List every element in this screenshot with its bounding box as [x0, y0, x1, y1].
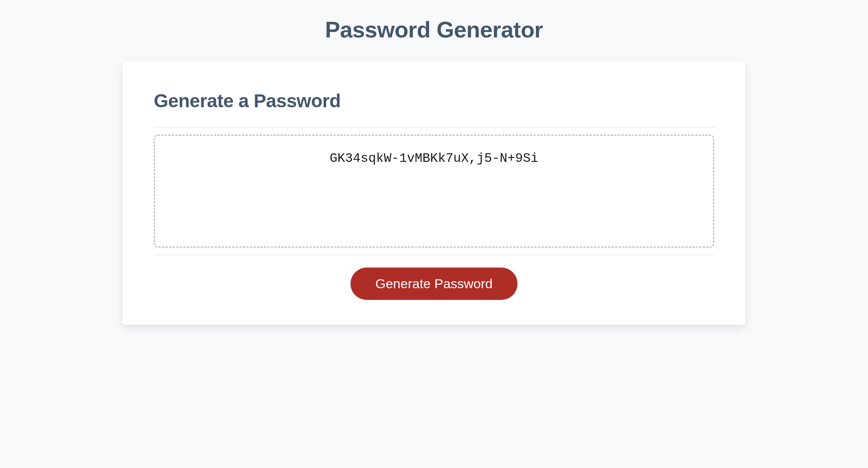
card-heading: Generate a Password: [154, 90, 714, 112]
page-title: Password Generator: [325, 16, 543, 43]
divider-bottom: [154, 255, 714, 255]
password-output[interactable]: GK34sqkW-1vMBKk7uX,j5-N+9Si: [154, 135, 714, 248]
generator-card: Generate a Password GK34sqkW-1vMBKk7uX,j…: [123, 61, 745, 325]
generate-button[interactable]: Generate Password: [350, 268, 518, 300]
button-row: Generate Password: [154, 268, 714, 300]
divider-top: [154, 127, 714, 128]
